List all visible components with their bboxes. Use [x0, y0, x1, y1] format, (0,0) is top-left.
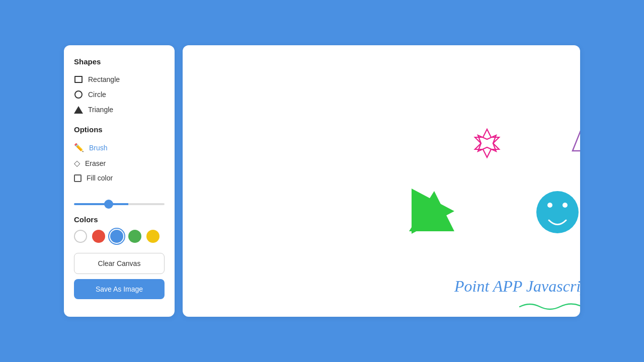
circle-icon: [74, 90, 83, 99]
sidebar-item-rectangle[interactable]: Rectangle: [74, 72, 165, 87]
fill-color-checkbox[interactable]: [74, 174, 82, 182]
options-section: Options ✏️ Brush ◇ Eraser Fill color: [74, 125, 165, 185]
rectangle-icon: [74, 75, 83, 84]
color-green[interactable]: [128, 230, 141, 243]
eraser-label: Eraser: [85, 159, 106, 167]
brush-size-slider-container: [74, 198, 165, 207]
color-white[interactable]: [74, 230, 87, 243]
sidebar-item-circle[interactable]: Circle: [74, 87, 165, 102]
sidebar-item-fill-color[interactable]: Fill color: [74, 171, 165, 185]
clear-canvas-button[interactable]: Clear Canvas: [74, 253, 165, 274]
svg-marker-2: [475, 129, 499, 151]
drawing-canvas[interactable]: Point APP Javascript: [183, 45, 580, 317]
svg-point-7: [547, 203, 552, 208]
svg-text:Point APP Javascript: Point APP Javascript: [454, 277, 580, 295]
sidebar-item-triangle[interactable]: Triangle: [74, 102, 165, 117]
brush-label: Brush: [89, 144, 108, 152]
colors-row: [74, 230, 165, 243]
svg-marker-3: [475, 135, 499, 157]
triangle-icon: [74, 105, 83, 114]
eraser-icon: ◇: [74, 158, 80, 168]
fill-color-label: Fill color: [87, 174, 113, 182]
brush-icon: ✏️: [74, 143, 84, 152]
color-blue[interactable]: [110, 230, 123, 243]
color-red[interactable]: [92, 230, 105, 243]
shapes-label: Shapes: [74, 57, 165, 66]
triangle-label: Triangle: [88, 106, 113, 114]
colors-section: Colors: [74, 215, 165, 243]
svg-point-8: [562, 203, 568, 208]
svg-point-6: [536, 191, 579, 233]
sidebar: Shapes Rectangle Circle Triangle: [64, 45, 175, 317]
color-yellow[interactable]: [146, 230, 159, 243]
sidebar-item-eraser[interactable]: ◇ Eraser: [74, 155, 165, 171]
brush-size-slider[interactable]: [74, 203, 165, 205]
sidebar-item-brush[interactable]: ✏️ Brush: [74, 140, 165, 155]
shapes-section: Shapes Rectangle Circle Triangle: [74, 57, 165, 117]
circle-label: Circle: [88, 90, 106, 99]
options-label: Options: [74, 125, 165, 134]
app-container: Shapes Rectangle Circle Triangle: [64, 45, 580, 317]
rectangle-label: Rectangle: [88, 75, 120, 83]
save-as-image-button[interactable]: Save As Image: [74, 279, 165, 299]
svg-marker-1: [573, 116, 580, 151]
colors-label: Colors: [74, 215, 165, 224]
